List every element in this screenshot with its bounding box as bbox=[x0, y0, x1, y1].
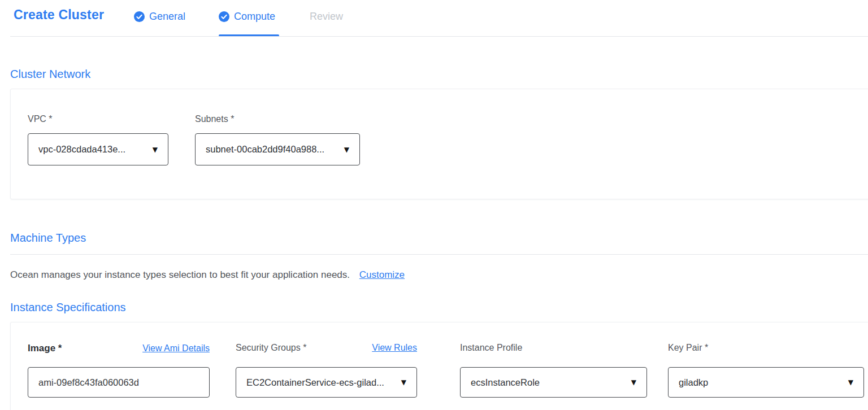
security-groups-selected-value: EC2ContainerService-ecs-gilad... bbox=[246, 377, 384, 388]
chevron-down-icon: ▼ bbox=[153, 146, 158, 154]
vpc-field: VPC * vpc-028cdada413e... ▼ bbox=[28, 114, 168, 124]
machine-types-description: Ocean manages your instance types select… bbox=[10, 269, 405, 281]
view-ami-details-link[interactable]: View Ami Details bbox=[142, 343, 210, 354]
page-title: Create Cluster bbox=[14, 7, 104, 23]
vpc-selected-value: vpc-028cdada413e... bbox=[38, 144, 125, 155]
chevron-down-icon: ▼ bbox=[344, 146, 349, 154]
key-pair-field: Key Pair * giladkp ▼ bbox=[668, 343, 864, 353]
instance-profile-select[interactable]: ecsInstanceRole ▼ bbox=[460, 367, 647, 398]
section-title-machine-types: Machine Types bbox=[10, 232, 86, 245]
key-pair-selected-value: giladkp bbox=[679, 377, 708, 388]
vpc-label: VPC * bbox=[28, 114, 53, 124]
key-pair-label: Key Pair * bbox=[668, 343, 708, 353]
cluster-network-card: VPC * vpc-028cdada413e... ▼ Subnets * su… bbox=[10, 89, 868, 199]
image-field: Image * View Ami Details bbox=[28, 343, 210, 354]
customize-link[interactable]: Customize bbox=[359, 269, 405, 280]
tab-compute[interactable]: Compute bbox=[219, 8, 275, 25]
tab-general[interactable]: General bbox=[134, 8, 185, 25]
security-groups-select[interactable]: EC2ContainerService-ecs-gilad... ▼ bbox=[236, 367, 417, 398]
image-input-wrapper bbox=[28, 367, 210, 398]
machine-types-description-text: Ocean manages your instance types select… bbox=[10, 269, 350, 280]
image-input[interactable] bbox=[38, 377, 199, 388]
instance-specifications-card: Image * View Ami Details Security Groups… bbox=[10, 322, 868, 410]
tab-review[interactable]: Review bbox=[310, 8, 343, 25]
check-circle-icon bbox=[134, 11, 145, 22]
vpc-select[interactable]: vpc-028cdada413e... ▼ bbox=[28, 133, 168, 165]
check-circle-icon bbox=[219, 11, 229, 22]
key-pair-select[interactable]: giladkp ▼ bbox=[668, 367, 864, 398]
create-cluster-page: Create Cluster General Compute Review bbox=[0, 0, 868, 410]
subnets-select[interactable]: subnet-00cab2dd9f40a988... ▼ bbox=[195, 133, 360, 165]
security-groups-field: Security Groups * View Rules EC2Containe… bbox=[236, 343, 417, 353]
chevron-down-icon: ▼ bbox=[848, 378, 853, 386]
header-divider bbox=[10, 36, 868, 37]
subnets-selected-value: subnet-00cab2dd9f40a988... bbox=[206, 144, 324, 155]
section-title-cluster-network: Cluster Network bbox=[10, 68, 90, 81]
subnets-label: Subnets * bbox=[195, 114, 234, 124]
security-groups-label: Security Groups * bbox=[236, 343, 306, 353]
chevron-down-icon: ▼ bbox=[401, 378, 406, 386]
image-label: Image * bbox=[28, 343, 62, 354]
machine-types-divider bbox=[10, 254, 868, 255]
instance-profile-selected-value: ecsInstanceRole bbox=[471, 377, 540, 388]
instance-profile-field: Instance Profile ecsInstanceRole ▼ bbox=[460, 343, 647, 353]
tab-review-label: Review bbox=[310, 11, 343, 23]
instance-profile-label: Instance Profile bbox=[460, 343, 522, 353]
section-title-instance-specifications: Instance Specifications bbox=[10, 301, 126, 314]
chevron-down-icon: ▼ bbox=[631, 378, 636, 386]
tab-general-label: General bbox=[149, 11, 185, 23]
tab-compute-label: Compute bbox=[234, 11, 275, 23]
subnets-field: Subnets * subnet-00cab2dd9f40a988... ▼ bbox=[195, 114, 360, 124]
view-rules-link[interactable]: View Rules bbox=[372, 343, 417, 353]
wizard-header: Create Cluster General Compute Review bbox=[0, 0, 868, 37]
